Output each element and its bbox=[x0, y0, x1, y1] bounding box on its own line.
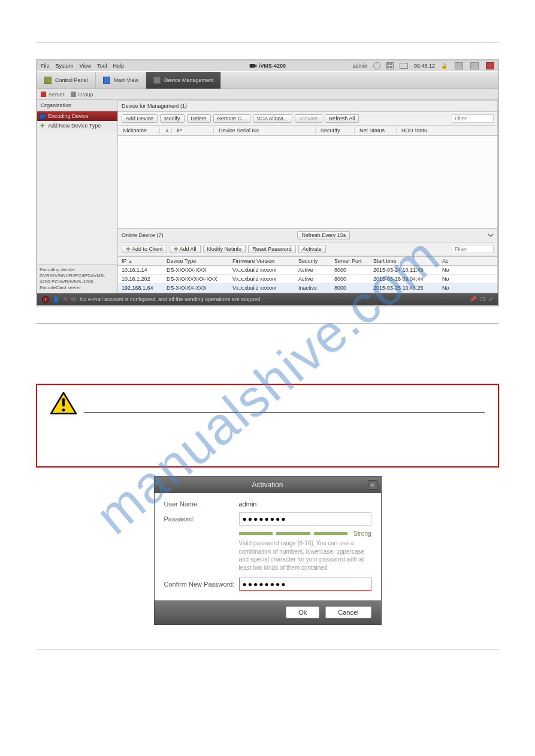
password-input[interactable] bbox=[239, 512, 371, 526]
main-panel: Device for Management (1) Add Device Mod… bbox=[118, 100, 498, 293]
col-ac[interactable]: Ac bbox=[439, 257, 497, 266]
menu-view[interactable]: View bbox=[80, 63, 91, 69]
password-strength: Strong bbox=[239, 530, 371, 537]
tab-control-panel[interactable]: Control Panel bbox=[37, 72, 96, 89]
col-nickname[interactable]: Nickname bbox=[118, 127, 160, 133]
remote-config-button[interactable]: Remote C... bbox=[213, 114, 250, 123]
activation-footer: Ok Cancel bbox=[155, 600, 381, 624]
strength-label: Strong bbox=[353, 530, 371, 537]
table-row[interactable]: 10.16.1.202 DS-XXXXXXXX-XXX Vx.x.xbuild … bbox=[118, 275, 497, 284]
refresh-15s-button[interactable]: Refresh Every 15s bbox=[297, 231, 350, 239]
menu-help[interactable]: Help bbox=[113, 63, 124, 69]
alert-icon[interactable]: ! bbox=[42, 296, 49, 303]
cell-sec: Inactive bbox=[295, 284, 331, 293]
sidebar-item-label: Encoding Device bbox=[48, 113, 89, 119]
device-management-icon bbox=[153, 77, 161, 84]
subtab-server[interactable]: Server bbox=[41, 92, 65, 98]
globe-icon[interactable] bbox=[373, 62, 380, 69]
strength-bar-2 bbox=[276, 532, 310, 535]
tab-main-view[interactable]: Main View bbox=[96, 72, 146, 89]
minimize-button[interactable] bbox=[455, 62, 463, 69]
col-security[interactable]: Security bbox=[295, 257, 331, 266]
ivms-window: File System View Tool Help iVMS-4200 adm… bbox=[36, 59, 499, 306]
management-body bbox=[118, 136, 497, 229]
activate-button-bottom[interactable]: Activate bbox=[298, 245, 326, 253]
subtab-group[interactable]: Group bbox=[71, 92, 93, 98]
encoding-device-description: Encoding device: DVR/DVS/NVR/IPC/IPD/iVM… bbox=[37, 264, 117, 293]
expand-icon[interactable]: ⤢ bbox=[488, 296, 493, 302]
menu-system[interactable]: System bbox=[56, 63, 74, 69]
tab-control-panel-label: Control Panel bbox=[55, 77, 88, 83]
modify-button[interactable]: Modify bbox=[160, 114, 185, 123]
table-row[interactable]: 192.168.1.64 DS-XXXXX-XXX Vx.x.xbuild xx… bbox=[118, 284, 497, 293]
cell-fw: Vx.x.xbuild xxxxxx bbox=[229, 275, 295, 284]
close-button[interactable]: × bbox=[368, 480, 377, 490]
motion-icon[interactable]: ⟲ bbox=[63, 296, 68, 302]
tab-device-management[interactable]: Device Management bbox=[146, 72, 222, 89]
ok-button[interactable]: Ok bbox=[286, 606, 319, 618]
window-close-button[interactable] bbox=[486, 62, 494, 69]
cancel-button[interactable]: Cancel bbox=[325, 606, 371, 618]
col-starttime[interactable]: Start time bbox=[370, 257, 439, 266]
encoding-device-icon bbox=[40, 113, 46, 119]
col-hddstatus[interactable]: HDD Statu bbox=[397, 127, 497, 133]
management-toolbar: Add Device Modify Delete Remote C... VCA… bbox=[118, 112, 497, 126]
lock-icon[interactable]: 🔒 bbox=[441, 63, 448, 69]
delete-button[interactable]: Delete bbox=[187, 114, 211, 123]
svg-rect-5 bbox=[390, 66, 392, 68]
keyboard-icon[interactable] bbox=[400, 63, 408, 69]
tab-device-management-label: Device Management bbox=[164, 77, 214, 83]
reset-password-button[interactable]: Reset Password bbox=[248, 245, 296, 253]
statusbar: ! 👤 ⟲ ✉ No e-mail account is configured,… bbox=[37, 293, 498, 305]
confirm-password-input[interactable] bbox=[239, 578, 371, 591]
add-to-client-button[interactable]: ✚ Add to Client bbox=[122, 245, 167, 253]
col-ip[interactable]: IP bbox=[172, 127, 214, 133]
bottom-rule bbox=[36, 649, 499, 649]
col-security[interactable]: Security bbox=[316, 127, 355, 133]
group-icon bbox=[71, 92, 76, 97]
col-netstatus[interactable]: Net Status bbox=[355, 127, 397, 133]
refresh-all-button[interactable]: Refresh All bbox=[325, 114, 359, 123]
filter-input-top[interactable] bbox=[452, 114, 494, 123]
col-ip[interactable]: IP ▲ bbox=[118, 257, 163, 266]
status-text: No e-mail account is configured, and all… bbox=[80, 296, 262, 302]
pin-icon[interactable]: 📌 bbox=[470, 296, 476, 302]
online-heading-row: Online Device (7) Refresh Every 15s bbox=[118, 229, 497, 242]
col-firmware[interactable]: Firmware Version bbox=[229, 257, 295, 266]
confirm-label: Confirm New Password: bbox=[164, 581, 239, 588]
vca-alloc-button[interactable]: VCA Alloca... bbox=[253, 114, 292, 123]
username-label: User Name: bbox=[164, 500, 239, 508]
human-icon[interactable]: 👤 bbox=[53, 296, 59, 302]
menu-tool[interactable]: Tool bbox=[97, 63, 107, 69]
col-serverport[interactable]: Server Port bbox=[331, 257, 370, 266]
activation-dialog: Activation × User Name: admin Password: … bbox=[154, 476, 382, 625]
svg-point-8 bbox=[62, 409, 65, 412]
mail-icon[interactable]: ✉ bbox=[71, 296, 76, 302]
cell-start: 2015-03-24 10:11:49 bbox=[370, 266, 439, 275]
window-icon[interactable]: ❐ bbox=[480, 296, 485, 302]
maximize-button[interactable] bbox=[470, 62, 479, 69]
collapse-icon[interactable] bbox=[488, 232, 494, 238]
add-device-button[interactable]: Add Device bbox=[122, 114, 158, 123]
menu-file[interactable]: File bbox=[41, 63, 50, 69]
cell-fw: Vx.x.xbuild xxxxxx bbox=[229, 266, 295, 275]
filter-input-bottom[interactable] bbox=[452, 245, 494, 253]
col-serial[interactable]: Device Serial No. bbox=[214, 127, 316, 133]
password-hint: Valid password range [8-16]. You can use… bbox=[164, 539, 371, 572]
col-devicetype[interactable]: Device Type bbox=[163, 257, 229, 266]
table-row[interactable]: 10.16.1.14 DS-XXXXX-XXX Vx.x.xbuild xxxx… bbox=[118, 266, 497, 275]
cell-ac: No bbox=[439, 275, 497, 284]
cell-ac: No bbox=[439, 266, 497, 275]
grid-icon[interactable] bbox=[386, 62, 394, 69]
password-label: Password: bbox=[164, 515, 239, 523]
sort-arrow-icon[interactable]: ▲ bbox=[160, 127, 172, 133]
cell-fw: Vx.x.xbuild xxxxxx bbox=[229, 284, 295, 293]
warning-triangle-icon bbox=[50, 392, 77, 415]
main-tabs: Control Panel Main View Device Managemen… bbox=[37, 71, 498, 89]
activation-title-text: Activation bbox=[252, 481, 283, 489]
sidebar-item-add-new-type[interactable]: ✚ Add New Device Type bbox=[37, 121, 117, 130]
add-all-button[interactable]: ✚ Add All bbox=[170, 245, 201, 253]
modify-netinfo-button[interactable]: Modify Netinfo bbox=[203, 245, 246, 253]
activate-button-top[interactable]: Activate bbox=[295, 114, 322, 123]
sidebar-item-encoding-device[interactable]: Encoding Device bbox=[37, 111, 117, 121]
